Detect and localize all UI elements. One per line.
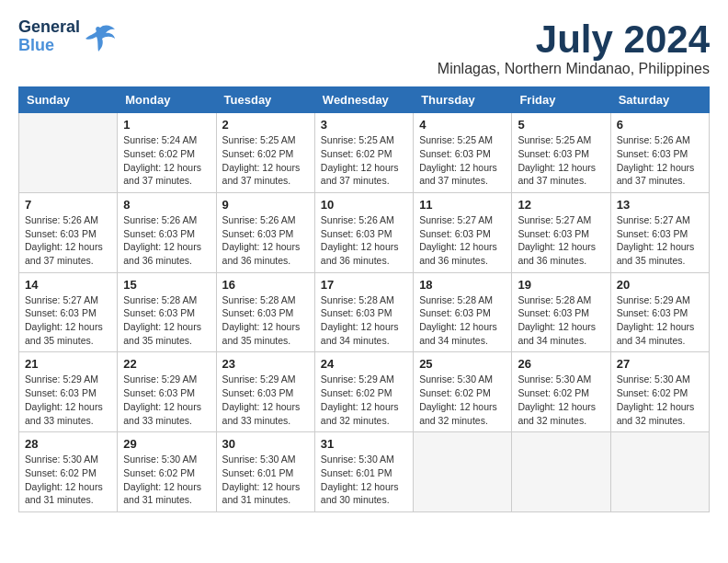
weekday-header: Friday <box>512 87 610 113</box>
day-number: 15 <box>123 278 210 292</box>
day-number: 18 <box>419 278 506 292</box>
day-number: 5 <box>518 118 604 132</box>
calendar-cell <box>512 432 610 512</box>
calendar-cell: 21Sunrise: 5:29 AM Sunset: 6:03 PM Dayli… <box>19 352 118 432</box>
calendar-week-row: 28Sunrise: 5:30 AM Sunset: 6:02 PM Dayli… <box>19 432 710 512</box>
day-info: Sunrise: 5:30 AM Sunset: 6:01 PM Dayligh… <box>222 453 309 507</box>
day-info: Sunrise: 5:26 AM Sunset: 6:03 PM Dayligh… <box>321 213 407 268</box>
day-info: Sunrise: 5:24 AM Sunset: 6:02 PM Dayligh… <box>123 133 210 188</box>
calendar-cell <box>19 113 118 193</box>
day-info: Sunrise: 5:27 AM Sunset: 6:03 PM Dayligh… <box>518 213 604 268</box>
calendar-cell: 31Sunrise: 5:30 AM Sunset: 6:01 PM Dayli… <box>314 432 413 512</box>
day-info: Sunrise: 5:29 AM Sunset: 6:03 PM Dayligh… <box>123 373 210 427</box>
weekday-header: Monday <box>118 87 216 113</box>
day-number: 11 <box>419 198 506 212</box>
day-info: Sunrise: 5:29 AM Sunset: 6:02 PM Dayligh… <box>321 373 407 427</box>
calendar-cell: 1Sunrise: 5:24 AM Sunset: 6:02 PM Daylig… <box>118 113 216 193</box>
day-number: 13 <box>617 198 703 212</box>
logo: General Blue <box>18 18 117 55</box>
calendar-cell: 8Sunrise: 5:26 AM Sunset: 6:03 PM Daylig… <box>118 192 216 272</box>
calendar-cell: 16Sunrise: 5:28 AM Sunset: 6:03 PM Dayli… <box>216 272 314 352</box>
day-number: 30 <box>222 437 309 451</box>
calendar-cell: 24Sunrise: 5:29 AM Sunset: 6:02 PM Dayli… <box>314 352 413 432</box>
day-number: 25 <box>419 357 506 371</box>
calendar-cell: 26Sunrise: 5:30 AM Sunset: 6:02 PM Dayli… <box>512 352 610 432</box>
day-info: Sunrise: 5:29 AM Sunset: 6:03 PM Dayligh… <box>222 373 309 427</box>
day-info: Sunrise: 5:30 AM Sunset: 6:02 PM Dayligh… <box>617 373 703 427</box>
weekday-header: Saturday <box>610 87 709 113</box>
weekday-header: Thursday <box>414 87 512 113</box>
calendar-cell: 22Sunrise: 5:29 AM Sunset: 6:03 PM Dayli… <box>118 352 216 432</box>
day-info: Sunrise: 5:25 AM Sunset: 6:03 PM Dayligh… <box>518 133 604 188</box>
day-info: Sunrise: 5:26 AM Sunset: 6:03 PM Dayligh… <box>123 213 210 268</box>
day-info: Sunrise: 5:28 AM Sunset: 6:03 PM Dayligh… <box>321 293 407 348</box>
day-number: 17 <box>321 278 407 292</box>
calendar-cell <box>414 432 512 512</box>
calendar-cell: 23Sunrise: 5:29 AM Sunset: 6:03 PM Dayli… <box>216 352 314 432</box>
logo-text-general: General <box>18 18 80 37</box>
day-info: Sunrise: 5:26 AM Sunset: 6:03 PM Dayligh… <box>25 213 111 268</box>
calendar-cell: 20Sunrise: 5:29 AM Sunset: 6:03 PM Dayli… <box>610 272 709 352</box>
calendar-cell: 11Sunrise: 5:27 AM Sunset: 6:03 PM Dayli… <box>414 192 512 272</box>
day-number: 22 <box>123 357 210 371</box>
weekday-header: Sunday <box>19 87 118 113</box>
day-info: Sunrise: 5:30 AM Sunset: 6:02 PM Dayligh… <box>518 373 604 427</box>
day-info: Sunrise: 5:27 AM Sunset: 6:03 PM Dayligh… <box>617 213 703 268</box>
calendar-week-row: 14Sunrise: 5:27 AM Sunset: 6:03 PM Dayli… <box>19 272 710 352</box>
day-number: 21 <box>25 357 111 371</box>
day-number: 8 <box>123 198 210 212</box>
day-info: Sunrise: 5:27 AM Sunset: 6:03 PM Dayligh… <box>25 293 111 348</box>
calendar-cell: 5Sunrise: 5:25 AM Sunset: 6:03 PM Daylig… <box>512 113 610 193</box>
month-year-title: July 2024 <box>438 18 710 61</box>
calendar-table: SundayMondayTuesdayWednesdayThursdayFrid… <box>18 86 710 512</box>
day-info: Sunrise: 5:30 AM Sunset: 6:02 PM Dayligh… <box>25 453 111 507</box>
calendar-cell: 19Sunrise: 5:28 AM Sunset: 6:03 PM Dayli… <box>512 272 610 352</box>
calendar-cell: 4Sunrise: 5:25 AM Sunset: 6:03 PM Daylig… <box>414 113 512 193</box>
day-number: 2 <box>222 118 309 132</box>
day-number: 6 <box>617 118 703 132</box>
calendar-cell: 17Sunrise: 5:28 AM Sunset: 6:03 PM Dayli… <box>314 272 413 352</box>
day-number: 12 <box>518 198 604 212</box>
calendar-cell: 18Sunrise: 5:28 AM Sunset: 6:03 PM Dayli… <box>414 272 512 352</box>
calendar-cell <box>610 432 709 512</box>
day-number: 10 <box>321 198 407 212</box>
day-info: Sunrise: 5:30 AM Sunset: 6:01 PM Dayligh… <box>321 453 407 507</box>
weekday-header: Tuesday <box>216 87 314 113</box>
day-number: 19 <box>518 278 604 292</box>
day-number: 28 <box>25 437 111 451</box>
location-subtitle: Minlagas, Northern Mindanao, Philippines <box>438 61 710 77</box>
day-number: 14 <box>25 278 111 292</box>
day-info: Sunrise: 5:30 AM Sunset: 6:02 PM Dayligh… <box>123 453 210 507</box>
calendar-cell: 28Sunrise: 5:30 AM Sunset: 6:02 PM Dayli… <box>19 432 118 512</box>
day-info: Sunrise: 5:25 AM Sunset: 6:02 PM Dayligh… <box>321 133 407 188</box>
day-number: 26 <box>518 357 604 371</box>
logo-bird-icon <box>84 20 117 53</box>
day-info: Sunrise: 5:30 AM Sunset: 6:02 PM Dayligh… <box>419 373 506 427</box>
calendar-cell: 7Sunrise: 5:26 AM Sunset: 6:03 PM Daylig… <box>19 192 118 272</box>
calendar-week-row: 7Sunrise: 5:26 AM Sunset: 6:03 PM Daylig… <box>19 192 710 272</box>
calendar-week-row: 21Sunrise: 5:29 AM Sunset: 6:03 PM Dayli… <box>19 352 710 432</box>
logo-text-blue: Blue <box>18 37 80 55</box>
day-number: 7 <box>25 198 111 212</box>
calendar-cell: 2Sunrise: 5:25 AM Sunset: 6:02 PM Daylig… <box>216 113 314 193</box>
day-number: 27 <box>617 357 703 371</box>
day-info: Sunrise: 5:27 AM Sunset: 6:03 PM Dayligh… <box>419 213 506 268</box>
day-info: Sunrise: 5:28 AM Sunset: 6:03 PM Dayligh… <box>123 293 210 348</box>
calendar-cell: 12Sunrise: 5:27 AM Sunset: 6:03 PM Dayli… <box>512 192 610 272</box>
day-number: 20 <box>617 278 703 292</box>
day-number: 31 <box>321 437 407 451</box>
calendar-header-row: SundayMondayTuesdayWednesdayThursdayFrid… <box>19 87 710 113</box>
calendar-cell: 25Sunrise: 5:30 AM Sunset: 6:02 PM Dayli… <box>414 352 512 432</box>
day-info: Sunrise: 5:25 AM Sunset: 6:03 PM Dayligh… <box>419 133 506 188</box>
day-info: Sunrise: 5:28 AM Sunset: 6:03 PM Dayligh… <box>518 293 604 348</box>
calendar-cell: 13Sunrise: 5:27 AM Sunset: 6:03 PM Dayli… <box>610 192 709 272</box>
day-info: Sunrise: 5:28 AM Sunset: 6:03 PM Dayligh… <box>419 293 506 348</box>
title-area: July 2024 Minlagas, Northern Mindanao, P… <box>438 18 710 77</box>
day-number: 16 <box>222 278 309 292</box>
calendar-cell: 27Sunrise: 5:30 AM Sunset: 6:02 PM Dayli… <box>610 352 709 432</box>
day-info: Sunrise: 5:29 AM Sunset: 6:03 PM Dayligh… <box>25 373 111 427</box>
day-number: 29 <box>123 437 210 451</box>
day-number: 23 <box>222 357 309 371</box>
day-number: 4 <box>419 118 506 132</box>
day-info: Sunrise: 5:25 AM Sunset: 6:02 PM Dayligh… <box>222 133 309 188</box>
